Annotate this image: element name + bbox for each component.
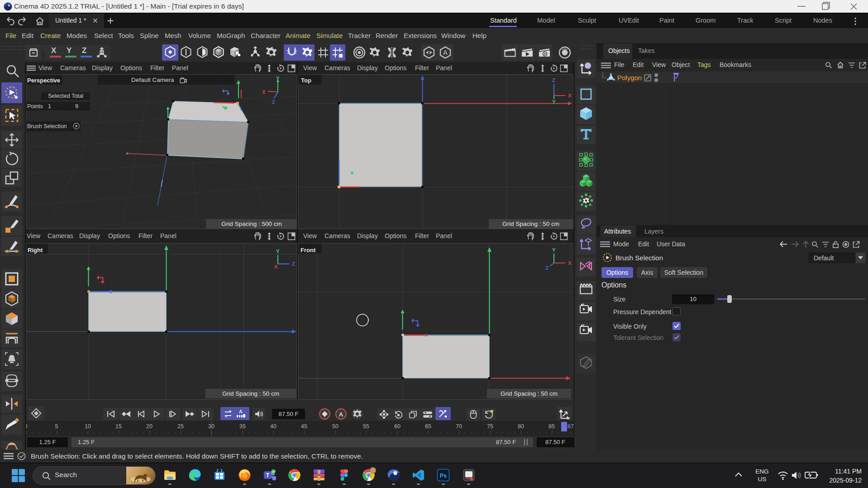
svg-text:A: A <box>339 411 343 418</box>
svg-text:X: X <box>274 264 278 269</box>
svg-text:X: X <box>262 89 266 95</box>
svg-text:Z: Z <box>552 77 555 83</box>
svg-text:A: A <box>443 49 448 56</box>
svg-text:Y: Y <box>552 247 556 253</box>
svg-text:X: X <box>568 93 572 98</box>
svg-text:Y: Y <box>276 249 280 254</box>
svg-text:X: X <box>568 260 572 266</box>
svg-text:Z: Z <box>292 261 295 267</box>
svg-text:Z: Z <box>272 99 275 105</box>
svg-text:Y: Y <box>552 99 556 105</box>
svg-text:Z: Z <box>545 265 548 271</box>
svg-text:Y: Y <box>276 76 280 81</box>
svg-text:A: A <box>239 409 243 414</box>
